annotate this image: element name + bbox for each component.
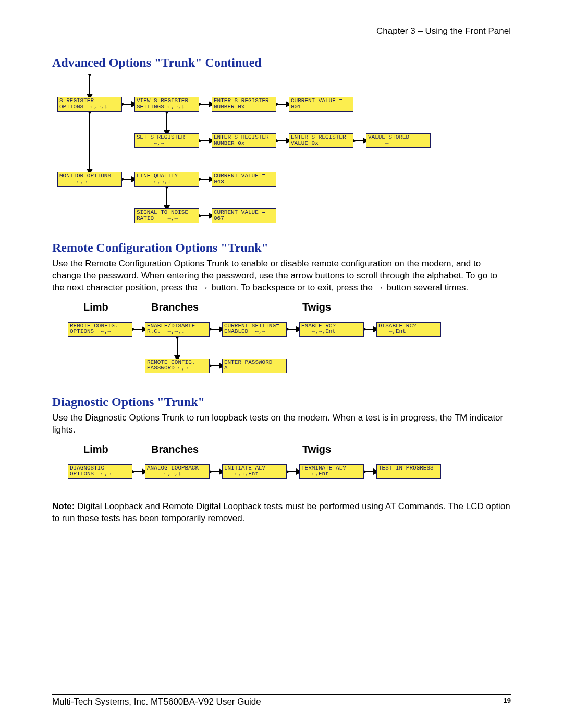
box-enter-s-reg-val: ENTER S REGISTER VALUE 0x [289, 133, 353, 148]
diagram-remote-config: Limb Branches Twigs REMOTE CONFIG. OPTIO… [68, 301, 511, 385]
section-title-diagnostic: Diagnostic Options "Trunk" [52, 395, 511, 409]
box-value-stored: VALUE STORED ← [366, 133, 431, 148]
box-monitor-options: MONITOR OPTIONS ←,→ [57, 172, 122, 187]
footer-page-number: 19 [504, 697, 511, 707]
box-set-s-register: SET S REGISTER ←,→ [134, 133, 199, 148]
box-test-in-progress: TEST IN PROGRESS [376, 464, 441, 479]
footer-text: Multi-Tech Systems, Inc. MT5600BA-V92 Us… [52, 697, 261, 707]
box-s-register-options: S REGISTER OPTIONS ←,→,↓ [57, 97, 122, 112]
box-remote-config-password: REMOTE CONFIG. PASSWORD ←,→ [145, 359, 210, 373]
col-header-branches: Branches [151, 443, 199, 455]
box-view-s-register: VIEW S REGISTER SETTINGS ←,→,↓ [134, 97, 199, 112]
right-arrow-icon: → [200, 282, 209, 292]
diagram-advanced-options: S REGISTER OPTIONS ←,→,↓ VIEW S REGISTER… [57, 74, 511, 230]
remote-body-2: button. To backspace or to exit, press t… [209, 282, 375, 292]
note-label: Note: [52, 501, 75, 511]
chapter-header: Chapter 3 – Using the Front Panel [52, 26, 511, 36]
box-current-value-043: CURRENT VALUE = 043 [212, 172, 276, 187]
section-title-advanced: Advanced Options "Trunk" Continued [52, 56, 511, 70]
note-paragraph: Note: Digital Loopback and Remote Digita… [52, 501, 511, 525]
diagram-diagnostic: Limb Branches Twigs DIAGNOSTIC OPTIONS ←… [68, 443, 511, 490]
box-enter-s-reg-num2: ENTER S REGISTER NUMBER 0x [212, 133, 276, 148]
box-enable-disable-rc: ENABLE/DISABLE R.C. ←,→,↓ [145, 322, 210, 337]
remote-config-body: Use the Remote Configuration Options Tru… [52, 258, 511, 294]
right-arrow-icon: → [375, 282, 384, 292]
diagnostic-body: Use the Diagnostic Options Trunk to run … [52, 412, 511, 436]
box-diagnostic-options: DIAGNOSTIC OPTIONS ←,→ [68, 464, 132, 479]
box-enter-s-reg-num1: ENTER S REGISTER NUMBER 0x [212, 97, 276, 112]
col-header-twigs: Twigs [302, 301, 331, 313]
box-enable-rc: ENABLE RC? ←,→,Ent [299, 322, 364, 337]
box-current-setting-enabled: CURRENT SETTING= ENABLED ←,→ [222, 322, 287, 337]
col-header-limb: Limb [83, 301, 108, 313]
box-enter-password: ENTER PASSWORD A [222, 359, 287, 373]
box-disable-rc: DISABLE RC? ←,Ent [376, 322, 441, 337]
box-current-value-067: CURRENT VALUE = 067 [212, 208, 276, 223]
box-terminate-al: TERMINATE AL? ←,Ent [299, 464, 364, 479]
note-text: Digital Loopback and Remote Digital Loop… [52, 501, 510, 523]
box-analog-loopback: ANALOG LOOPBACK ←,→,↓ [145, 464, 210, 479]
box-initiate-al: INITIATE AL? ←,→,Ent [222, 464, 287, 479]
section-title-remote: Remote Configuration Options "Trunk" [52, 241, 511, 255]
col-header-branches: Branches [151, 301, 199, 313]
col-header-twigs: Twigs [302, 443, 331, 455]
col-header-limb: Limb [83, 443, 108, 455]
remote-body-3: button several times. [384, 282, 469, 292]
box-line-quality: LINE QUALITY ←,→,↓ [134, 172, 199, 187]
box-current-value-001: CURRENT VALUE = 001 [289, 97, 353, 112]
box-remote-config-options: REMOTE CONFIG. OPTIONS ←,→ [68, 322, 132, 337]
box-signal-to-noise: SIGNAL TO NOISE RATIO ←,→ [134, 208, 199, 223]
